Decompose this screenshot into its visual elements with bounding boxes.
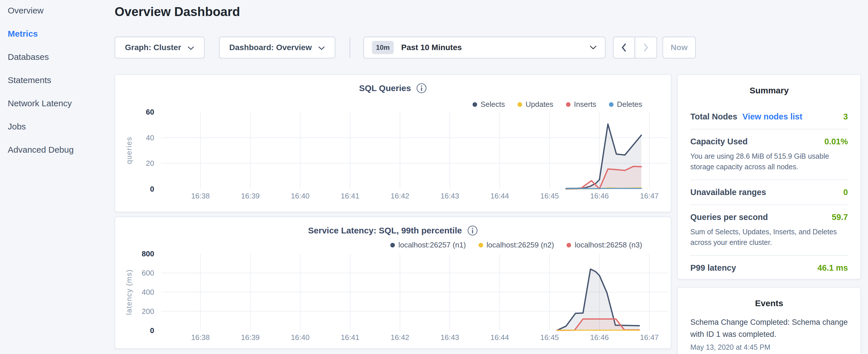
svg-text:16:47: 16:47 (640, 333, 658, 342)
svg-text:16:45: 16:45 (540, 333, 559, 342)
svg-text:600: 600 (142, 269, 154, 277)
graph-dropdown-label: Graph: Cluster (125, 43, 181, 52)
sidebar: OverviewMetricsDatabasesStatementsNetwor… (0, 0, 115, 168)
summary-row-value: 59.7 (832, 213, 848, 222)
summary-row-capacity-used: Capacity Used0.01%You are using 28.6 MiB… (690, 129, 848, 180)
sidebar-item-metrics[interactable]: Metrics (8, 29, 115, 39)
events-panel: Events Schema Change Completed: Schema c… (677, 287, 861, 354)
svg-text:20: 20 (146, 159, 154, 167)
page-title: Overview Dashboard (115, 5, 240, 19)
summary-row-value: 0 (843, 188, 848, 197)
service-latency-chart[interactable]: 16:3816:3916:4016:4116:4216:4316:4416:45… (115, 217, 671, 348)
summary-row-subtext: You are using 28.6 MiB of 515.9 GiB usab… (690, 151, 848, 172)
event-timestamp: May 13, 2020 at 4:45 PM (690, 343, 848, 351)
chevron-right-icon (643, 43, 649, 52)
sidebar-item-advanced-debug[interactable]: Advanced Debug (8, 145, 115, 155)
sql-queries-card: SQL Queries SelectsUpdatesInsertsDeletes… (115, 74, 672, 212)
sidebar-item-network-latency[interactable]: Network Latency (8, 99, 115, 108)
time-range-badge: 10m (372, 41, 394, 54)
chevron-down-icon (589, 45, 597, 50)
now-button[interactable]: Now (662, 37, 696, 58)
svg-text:16:39: 16:39 (241, 333, 260, 342)
svg-text:800: 800 (142, 250, 154, 258)
summary-row-queries-per-second: Queries per second59.7Sum of Selects, Up… (690, 205, 848, 256)
svg-text:60: 60 (146, 108, 154, 116)
events-list: Schema Change Completed: Schema change w… (690, 316, 848, 351)
event-text: Schema Change Completed: Schema change w… (690, 316, 848, 340)
controls-bar: Graph: Cluster Dashboard: Overview 10m P… (115, 37, 696, 58)
chevron-left-icon (621, 43, 627, 52)
svg-text:16:41: 16:41 (341, 192, 359, 200)
svg-text:16:47: 16:47 (640, 192, 658, 200)
sidebar-item-statements[interactable]: Statements (8, 75, 115, 85)
graph-dropdown[interactable]: Graph: Cluster (115, 37, 205, 58)
svg-text:400: 400 (142, 288, 154, 296)
svg-text:16:46: 16:46 (590, 333, 609, 342)
time-range-dropdown[interactable]: 10m Past 10 Minutes (363, 37, 606, 58)
svg-text:16:42: 16:42 (391, 192, 409, 200)
controls-divider (350, 37, 350, 58)
view-nodes-list-link[interactable]: View nodes list (743, 112, 802, 122)
summary-row-unavailable-ranges: Unavailable ranges0 (690, 180, 848, 205)
svg-text:200: 200 (142, 307, 154, 316)
svg-text:16:40: 16:40 (291, 192, 309, 200)
dashboard-dropdown-label: Dashboard: Overview (229, 43, 312, 52)
summary-row-p99-latency: P99 latency46.1 ms (690, 256, 848, 280)
summary-row-label: P99 latency (690, 263, 736, 273)
summary-row-value: 46.1 ms (817, 263, 848, 273)
summary-rows: Total NodesView nodes list3Capacity Used… (690, 104, 848, 280)
service-latency-card: Service Latency: SQL, 99th percentile lo… (115, 217, 672, 349)
chevron-down-icon (187, 46, 194, 51)
summary-title: Summary (678, 86, 861, 95)
svg-text:16:43: 16:43 (440, 192, 459, 200)
svg-text:16:38: 16:38 (191, 192, 210, 200)
summary-row-value: 3 (843, 112, 848, 122)
chevron-down-icon (318, 46, 325, 51)
svg-text:16:41: 16:41 (341, 333, 359, 342)
summary-row-label: Total Nodes (690, 112, 737, 122)
time-prev-button[interactable] (613, 37, 635, 58)
time-range-label: Past 10 Minutes (401, 43, 589, 52)
time-pager (613, 37, 657, 58)
svg-text:16:38: 16:38 (191, 333, 210, 342)
sidebar-item-jobs[interactable]: Jobs (8, 122, 115, 131)
summary-row-total-nodes: Total NodesView nodes list3 (690, 104, 848, 129)
svg-text:16:39: 16:39 (241, 192, 260, 200)
summary-panel: Summary Total NodesView nodes list3Capac… (677, 74, 861, 280)
sidebar-item-overview[interactable]: Overview (8, 6, 115, 15)
summary-row-label: Capacity Used (690, 137, 748, 147)
svg-text:16:44: 16:44 (490, 192, 509, 200)
summary-row-label: Queries per second (690, 213, 768, 222)
svg-text:16:43: 16:43 (440, 333, 459, 342)
svg-text:16:44: 16:44 (490, 333, 509, 342)
sidebar-item-databases[interactable]: Databases (8, 52, 115, 62)
dashboard-dropdown[interactable]: Dashboard: Overview (219, 37, 335, 58)
summary-row-value: 0.01% (825, 137, 848, 147)
svg-text:0: 0 (150, 326, 154, 335)
time-next-button[interactable] (635, 37, 657, 58)
svg-text:16:45: 16:45 (540, 192, 559, 200)
summary-row-label: Unavailable ranges (690, 188, 766, 197)
event-item[interactable]: Schema Change Completed: Schema change w… (690, 316, 848, 351)
events-title: Events (678, 298, 861, 308)
svg-text:0: 0 (150, 185, 154, 193)
sql-queries-chart[interactable]: 16:3816:3916:4016:4116:4216:4316:4416:45… (115, 75, 671, 212)
svg-text:16:42: 16:42 (391, 333, 409, 342)
summary-row-subtext: Sum of Selects, Updates, Inserts, and De… (690, 227, 848, 248)
svg-text:40: 40 (146, 133, 154, 142)
svg-text:16:40: 16:40 (291, 333, 309, 342)
svg-text:16:46: 16:46 (590, 192, 609, 200)
